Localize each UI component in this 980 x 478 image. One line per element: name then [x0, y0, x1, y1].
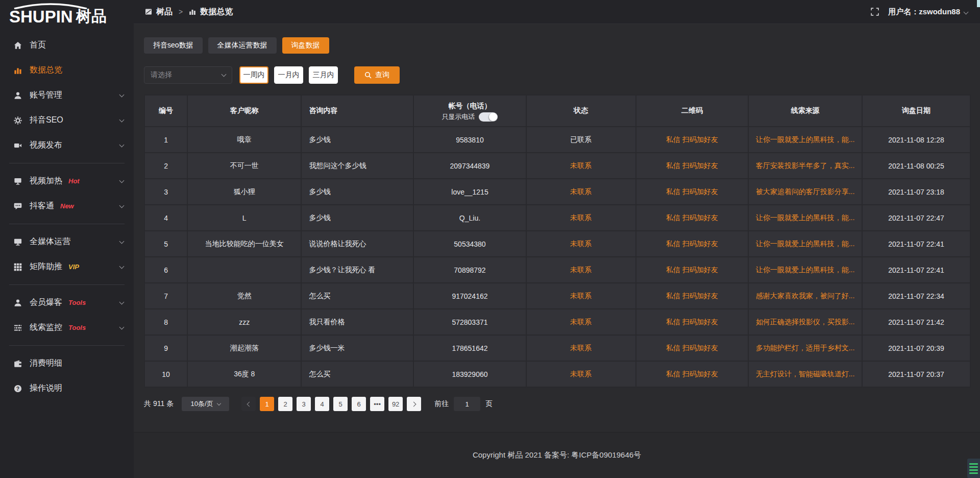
cell-qrcode-links[interactable]: 私信 扫码加好友	[636, 309, 748, 335]
goto-page: 前往 页	[434, 397, 493, 411]
sidebar-item-video-publish[interactable]: 视频发布	[0, 133, 134, 158]
chevron-down-icon	[119, 142, 125, 147]
cell-source-link[interactable]: 让你一眼就爱上的黑科技，能...	[748, 127, 862, 153]
cell-content: 我只看价格	[301, 309, 413, 335]
table-row: 10 36度 8 怎么买 183929060 未联系 私信 扫码加好友 无主灯设…	[144, 361, 970, 387]
cell-qrcode-links[interactable]: 私信 扫码加好友	[636, 153, 748, 179]
table-row: 6 多少钱？让我死心 看 70898792 未联系 私信 扫码加好友 让你一眼就…	[144, 257, 970, 283]
cell-date: 2021-11-08 00:25	[862, 153, 970, 179]
page-button-92[interactable]: 92	[388, 397, 403, 411]
cell-source-link[interactable]: 无主灯设计，智能磁吸轨道灯...	[748, 361, 862, 387]
page-button-6[interactable]: 6	[352, 397, 366, 411]
cell-qrcode-links[interactable]: 私信 扫码加好友	[636, 257, 748, 283]
cell-qrcode-links[interactable]: 私信 扫码加好友	[636, 231, 748, 257]
prev-page-button[interactable]	[241, 397, 256, 411]
sidebar-item-lead-monitor[interactable]: 线索监控 Tools	[0, 315, 134, 340]
sidebar-item-help[interactable]: ? 操作说明	[0, 376, 134, 401]
sidebar-item-label: 线索监控	[30, 322, 62, 333]
tab-douyin-seo-data[interactable]: 抖音seo数据	[144, 37, 203, 54]
hot-badge: Hot	[68, 177, 80, 185]
scrollbar-thumb[interactable]	[977, 0, 980, 7]
cell-source-link[interactable]: 感谢大家喜欢我家，被问了好...	[748, 283, 862, 309]
cell-source-link[interactable]: 客厅安装投影半年多了，真实...	[748, 153, 862, 179]
range-week-button[interactable]: 一周内	[239, 66, 268, 84]
chevron-right-icon	[411, 401, 416, 407]
cell-qrcode-links[interactable]: 私信 扫码加好友	[636, 361, 748, 387]
range-month-button[interactable]: 一月内	[274, 66, 303, 84]
goto-unit-label: 页	[485, 399, 493, 409]
cell-nickname: 狐小狸	[187, 179, 301, 205]
user-menu[interactable]: 用户名：zswodun88	[888, 7, 968, 17]
cell-content: 说说价格让我死心	[301, 231, 413, 257]
cell-source-link[interactable]: 让你一眼就爱上的黑科技，能...	[748, 257, 862, 283]
fullscreen-icon[interactable]	[871, 8, 879, 16]
search-button[interactable]: 查询	[354, 66, 400, 84]
table-row: 3 狐小狸 多少钱 love__1215 未联系 私信 扫码加好友 被大家追着问…	[144, 179, 970, 205]
tab-inquiry-data[interactable]: 询盘数据	[282, 37, 329, 54]
video-camera-icon	[13, 141, 22, 150]
sidebar-item-matrix-boost[interactable]: 矩阵助推 VIP	[0, 254, 134, 279]
range-quarter-button[interactable]: 三月内	[309, 66, 338, 84]
sidebar-item-expense-detail[interactable]: 消费明细	[0, 351, 134, 376]
sidebar-item-label: 抖客通	[30, 201, 54, 211]
chevron-down-icon	[119, 117, 125, 122]
sidebar-item-douyin-seo[interactable]: 抖音SEO	[0, 108, 134, 133]
bar-chart-icon	[189, 8, 196, 15]
breadcrumb-root[interactable]: 树品	[156, 7, 173, 17]
page-button-2[interactable]: 2	[278, 397, 292, 411]
goto-page-input[interactable]	[454, 397, 480, 411]
sidebar-item-allmedia-operation[interactable]: 全媒体运营	[0, 229, 134, 254]
cell-status: 未联系	[526, 309, 636, 335]
cell-no: 2	[144, 153, 187, 179]
cell-source-link[interactable]: 如何正确选择投影仪，买投影...	[748, 309, 862, 335]
member-icon	[13, 298, 22, 307]
page-button-1[interactable]: 1	[260, 397, 274, 411]
page-button-3[interactable]: 3	[297, 397, 311, 411]
sidebar-item-douketong[interactable]: 抖客通 New	[0, 194, 134, 219]
cell-qrcode-links[interactable]: 私信 扫码加好友	[636, 179, 748, 205]
cell-source-link[interactable]: 让你一眼就爱上的黑科技，能...	[748, 205, 862, 231]
tab-allmedia-data[interactable]: 全媒体运营数据	[208, 37, 277, 54]
filter-bar: 请选择 一周内 一月内 三月内 查询	[144, 66, 971, 84]
cell-qrcode-links[interactable]: 私信 扫码加好友	[636, 335, 748, 361]
page-size-select[interactable]: 10条/页	[182, 397, 229, 411]
sidebar-item-label: 数据总览	[30, 65, 62, 76]
sidebar-item-label: 操作说明	[30, 383, 62, 394]
cell-no: 5	[144, 231, 187, 257]
page-button-4[interactable]: 4	[315, 397, 329, 411]
grid-icon	[13, 262, 22, 271]
page-button-5[interactable]: 5	[333, 397, 348, 411]
cell-qrcode-links[interactable]: 私信 扫码加好友	[636, 283, 748, 309]
cell-qrcode-links[interactable]: 私信 扫码加好友	[636, 127, 748, 153]
cell-qrcode-links[interactable]: 私信 扫码加好友	[636, 205, 748, 231]
phone-only-toggle[interactable]	[479, 112, 498, 122]
cell-source-link[interactable]: 让你一眼就爱上的黑科技，能...	[748, 231, 862, 257]
page-ellipsis-button[interactable]: •••	[370, 397, 384, 411]
cell-date: 2021-11-07 22:41	[862, 257, 970, 283]
cell-nickname: 觉然	[187, 283, 301, 309]
date-range-group: 一周内 一月内 三月内	[239, 66, 338, 84]
gear-icon	[13, 116, 22, 125]
new-badge: New	[60, 202, 74, 210]
cell-status: 未联系	[526, 205, 636, 231]
next-page-button[interactable]	[407, 397, 421, 411]
account-select[interactable]: 请选择	[144, 66, 232, 84]
cell-date: 2021-11-07 22:41	[862, 231, 970, 257]
corner-widget[interactable]	[967, 459, 980, 478]
cell-account: 50534380	[413, 231, 526, 257]
logo-arc-icon	[12, 3, 89, 9]
cell-source-link[interactable]: 被大家追着问的客厅投影分享...	[748, 179, 862, 205]
sidebar-item-data-overview[interactable]: 数据总览	[0, 58, 134, 83]
cell-no: 4	[144, 205, 187, 231]
sidebar-item-account-manage[interactable]: 账号管理	[0, 83, 134, 108]
breadcrumb-current: 数据总览	[200, 7, 233, 17]
cell-nickname: zzz	[187, 309, 301, 335]
sidebar-item-video-heat[interactable]: 视频加热 Hot	[0, 169, 134, 194]
chevron-down-icon	[119, 264, 125, 269]
topbar-right: 用户名：zswodun88	[871, 7, 968, 17]
sidebar-item-home[interactable]: 首页	[0, 33, 134, 58]
wallet-icon	[13, 359, 22, 368]
page-footer: Copyright 树品 2021 备案号: 粤ICP备09019646号	[134, 432, 980, 478]
cell-source-link[interactable]: 多功能护栏灯，适用于乡村文...	[748, 335, 862, 361]
sidebar-item-member-baoke[interactable]: 会员爆客 Tools	[0, 290, 134, 315]
